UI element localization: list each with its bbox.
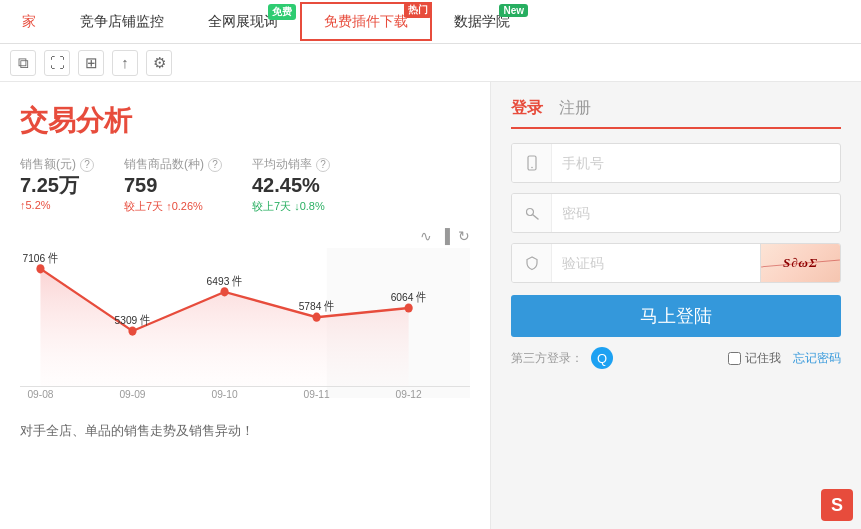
stat-change-turnover: 较上7天 ↓0.8% <box>252 199 330 214</box>
nav-item-home[interactable]: 家 <box>0 0 58 43</box>
captcha-field-container: S∂ωΣ <box>511 243 841 283</box>
svg-point-6 <box>405 303 413 312</box>
stat-value-products: 759 <box>124 173 222 197</box>
nav-label-home: 家 <box>22 13 36 31</box>
chart-line-icon[interactable]: ∿ <box>420 228 432 244</box>
password-field-container <box>511 193 841 233</box>
main-layout: 交易分析 销售额(元) ? 7.25万 ↑5.2% 销售商品数(种) ? 759… <box>0 82 861 529</box>
svg-text:09-08: 09-08 <box>27 387 53 398</box>
badge-free: 免费 <box>268 4 296 20</box>
settings-icon[interactable]: ⚙ <box>146 50 172 76</box>
chart-refresh-icon[interactable]: ↻ <box>458 228 470 244</box>
svg-text:5784 件: 5784 件 <box>299 300 335 313</box>
grid-icon[interactable]: ⊞ <box>78 50 104 76</box>
svg-point-5 <box>313 313 321 322</box>
captcha-image[interactable]: S∂ωΣ <box>760 243 840 283</box>
nav-label-competitor: 竞争店铺监控 <box>80 13 164 31</box>
left-panel: 交易分析 销售额(元) ? 7.25万 ↑5.2% 销售商品数(种) ? 759… <box>0 82 490 529</box>
toolbar: ⧉ ⛶ ⊞ ↑ ⚙ <box>0 44 861 82</box>
svg-point-4 <box>220 287 228 296</box>
stat-label-turnover: 平均动销率 ? <box>252 156 330 173</box>
svg-text:6493 件: 6493 件 <box>207 274 243 287</box>
chart-container: ∿ ▐ ↻ <box>20 228 470 408</box>
login-button[interactable]: 马上登陆 <box>511 295 841 337</box>
right-panel: 登录 注册 <box>490 82 861 529</box>
stat-value-sales: 7.25万 <box>20 173 94 197</box>
page-title: 交易分析 <box>20 102 470 140</box>
svg-text:09-10: 09-10 <box>211 387 237 398</box>
svg-point-3 <box>128 326 136 335</box>
phone-field-container <box>511 143 841 183</box>
bottom-description: 对手全店、单品的销售走势及销售异动！ <box>20 422 470 440</box>
info-icon-sales[interactable]: ? <box>80 158 94 172</box>
key-icon <box>512 194 552 232</box>
stat-products: 销售商品数(种) ? 759 较上7天 ↑0.26% <box>124 156 222 214</box>
third-party-row: 第三方登录： Q <box>511 347 613 369</box>
remember-checkbox-row[interactable]: 记住我 <box>728 350 781 367</box>
svg-line-21 <box>532 215 538 220</box>
svg-point-19 <box>531 167 533 169</box>
qq-login-icon[interactable]: Q <box>591 347 613 369</box>
share-icon[interactable]: ↑ <box>112 50 138 76</box>
info-icon-turnover[interactable]: ? <box>316 158 330 172</box>
stat-label-products: 销售商品数(种) ? <box>124 156 222 173</box>
s-logo: S <box>821 489 853 521</box>
stat-change-sales: ↑5.2% <box>20 199 94 211</box>
copy-icon[interactable]: ⧉ <box>10 50 36 76</box>
chart-bar-icon[interactable]: ▐ <box>440 228 450 244</box>
svg-text:09-09: 09-09 <box>119 387 145 398</box>
badge-new: New <box>499 4 528 17</box>
top-navigation: 家 竞争店铺监控 全网展现词 免费 免费插件下载 热门 数据学院 New <box>0 0 861 44</box>
svg-text:09-11: 09-11 <box>304 387 330 398</box>
badge-hot: 热门 <box>404 2 432 18</box>
nav-item-plugin[interactable]: 免费插件下载 热门 <box>300 2 432 41</box>
nav-item-network[interactable]: 全网展现词 免费 <box>186 0 300 43</box>
stats-row: 销售额(元) ? 7.25万 ↑5.2% 销售商品数(种) ? 759 较上7天… <box>20 156 470 214</box>
stat-label-sales: 销售额(元) ? <box>20 156 94 173</box>
login-tabs: 登录 注册 <box>511 98 841 129</box>
stat-turnover: 平均动销率 ? 42.45% 较上7天 ↓0.8% <box>252 156 330 214</box>
captcha-input[interactable] <box>552 255 760 271</box>
stat-change-products: 较上7天 ↑0.26% <box>124 199 222 214</box>
phone-input[interactable] <box>552 155 840 171</box>
svg-text:5309 件: 5309 件 <box>115 314 151 327</box>
svg-text:09-12: 09-12 <box>396 387 422 398</box>
chart-toolbar: ∿ ▐ ↻ <box>20 228 470 244</box>
phone-icon <box>512 144 552 182</box>
line-chart: 7106 件 5309 件 6493 件 5784 件 6064 件 09-08… <box>20 248 470 398</box>
forgot-password-link[interactable]: 忘记密码 <box>793 350 841 367</box>
tab-login[interactable]: 登录 <box>511 98 543 119</box>
nav-label-plugin: 免费插件下载 <box>324 13 408 31</box>
expand-icon[interactable]: ⛶ <box>44 50 70 76</box>
info-icon-products[interactable]: ? <box>208 158 222 172</box>
stat-value-turnover: 42.45% <box>252 173 330 197</box>
stat-sales-amount: 销售额(元) ? 7.25万 ↑5.2% <box>20 156 94 214</box>
password-input[interactable] <box>552 205 840 221</box>
nav-item-competitor[interactable]: 竞争店铺监控 <box>58 0 186 43</box>
svg-point-2 <box>36 264 44 273</box>
nav-item-academy[interactable]: 数据学院 New <box>432 0 532 43</box>
remember-checkbox[interactable] <box>728 352 741 365</box>
shield-icon <box>512 244 552 282</box>
remember-label: 记住我 <box>745 350 781 367</box>
tab-register[interactable]: 注册 <box>559 98 591 119</box>
svg-text:7106 件: 7106 件 <box>23 251 59 264</box>
svg-text:6064 件: 6064 件 <box>391 290 427 303</box>
third-party-label: 第三方登录： <box>511 350 583 367</box>
